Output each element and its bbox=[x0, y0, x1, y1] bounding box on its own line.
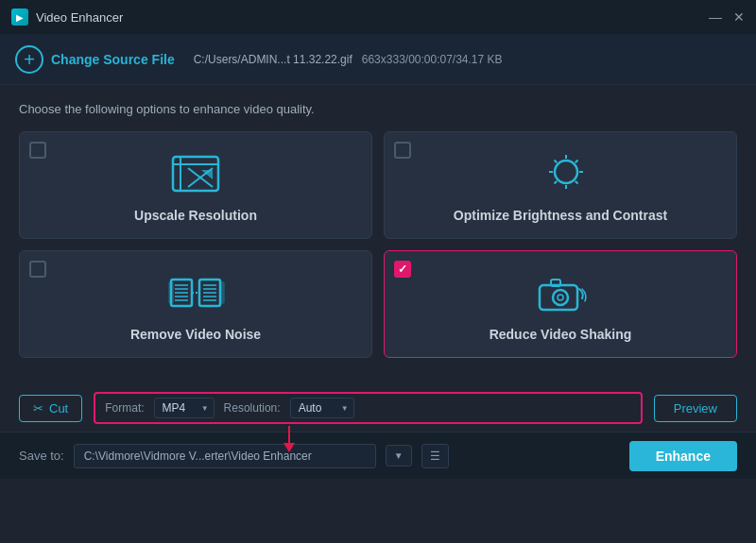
enhance-button[interactable]: Enhance bbox=[629, 441, 737, 471]
option-brightness[interactable]: Optimize Brightness and Contrast bbox=[384, 131, 737, 239]
upscale-label: Upscale Resolution bbox=[134, 208, 257, 223]
app-icon: ▶ bbox=[11, 8, 28, 25]
format-select-wrapper: MP4 AVI MOV MKV WMV bbox=[154, 398, 215, 418]
format-resolution-box: Format: MP4 AVI MOV MKV WMV Resolution: … bbox=[94, 392, 643, 424]
upscale-icon bbox=[165, 151, 226, 196]
close-button[interactable]: ✕ bbox=[733, 10, 745, 24]
window-controls: — ✕ bbox=[709, 10, 745, 24]
save-list-button[interactable]: ☰ bbox=[421, 444, 449, 468]
noise-checkbox[interactable] bbox=[29, 261, 46, 278]
upscale-checkbox[interactable] bbox=[29, 142, 46, 159]
save-path: C:\Vidmore\Vidmore V...erter\Video Enhan… bbox=[74, 444, 376, 468]
save-bar: Save to: C:\Vidmore\Vidmore V...erter\Vi… bbox=[0, 432, 756, 479]
change-source-label: Change Source File bbox=[51, 52, 175, 67]
preview-button[interactable]: Preview bbox=[654, 395, 737, 422]
shaking-checkbox[interactable] bbox=[394, 261, 411, 278]
cut-label: Cut bbox=[49, 401, 68, 416]
cut-button[interactable]: ✂ Cut bbox=[19, 395, 82, 422]
file-path: C:/Users/ADMIN...t 11.32.22.gif bbox=[194, 53, 352, 66]
option-noise[interactable]: Remove Video Noise bbox=[19, 250, 372, 358]
option-upscale[interactable]: Upscale Resolution bbox=[19, 131, 372, 239]
shaking-label: Reduce Video Shaking bbox=[490, 327, 632, 342]
svg-point-6 bbox=[555, 161, 577, 183]
resolution-select-wrapper: Auto 360p 480p 720p 1080p bbox=[290, 398, 354, 418]
svg-line-13 bbox=[576, 161, 578, 163]
brightness-icon bbox=[530, 151, 591, 196]
shaking-icon bbox=[530, 270, 591, 315]
svg-point-31 bbox=[553, 290, 568, 305]
minimize-button[interactable]: — bbox=[709, 10, 722, 24]
file-meta: 663x333/00:00:07/34.17 KB bbox=[362, 53, 503, 66]
resolution-select[interactable]: Auto 360p 480p 720p 1080p bbox=[290, 398, 354, 418]
scissors-icon: ✂ bbox=[33, 401, 43, 416]
brightness-checkbox[interactable] bbox=[394, 142, 411, 159]
file-info: C:/Users/ADMIN...t 11.32.22.gif 663x333/… bbox=[194, 53, 503, 66]
format-select[interactable]: MP4 AVI MOV MKV WMV bbox=[154, 398, 215, 418]
noise-label: Remove Video Noise bbox=[130, 327, 261, 342]
main-content: Choose the following options to enhance … bbox=[0, 85, 756, 384]
option-shaking[interactable]: Reduce Video Shaking bbox=[384, 250, 737, 358]
svg-rect-23 bbox=[220, 282, 224, 303]
svg-rect-16 bbox=[169, 282, 173, 303]
svg-line-14 bbox=[555, 181, 558, 184]
format-label: Format: bbox=[105, 401, 144, 415]
title-bar: ▶ Video Enhancer — ✕ bbox=[0, 0, 756, 34]
noise-icon bbox=[165, 270, 226, 315]
subtitle-text: Choose the following options to enhance … bbox=[19, 102, 737, 116]
resolution-label: Resolution: bbox=[224, 401, 281, 415]
format-arrow-indicator bbox=[284, 426, 295, 452]
svg-point-32 bbox=[558, 295, 563, 300]
svg-rect-30 bbox=[540, 285, 577, 310]
bottom-controls: ✂ Cut Format: MP4 AVI MOV MKV WMV Resolu… bbox=[0, 384, 756, 432]
save-to-label: Save to: bbox=[19, 449, 64, 463]
save-path-dropdown-button[interactable]: ▼ bbox=[386, 445, 412, 467]
svg-line-12 bbox=[576, 181, 578, 184]
header-bar: + Change Source File C:/Users/ADMIN...t … bbox=[0, 34, 756, 85]
options-grid: Upscale Resolution bbox=[19, 131, 737, 358]
app-title: Video Enhancer bbox=[36, 10, 123, 25]
change-source-button[interactable]: + Change Source File bbox=[15, 45, 175, 74]
add-icon: + bbox=[15, 45, 43, 74]
brightness-label: Optimize Brightness and Contrast bbox=[454, 208, 667, 223]
svg-line-11 bbox=[555, 161, 558, 163]
